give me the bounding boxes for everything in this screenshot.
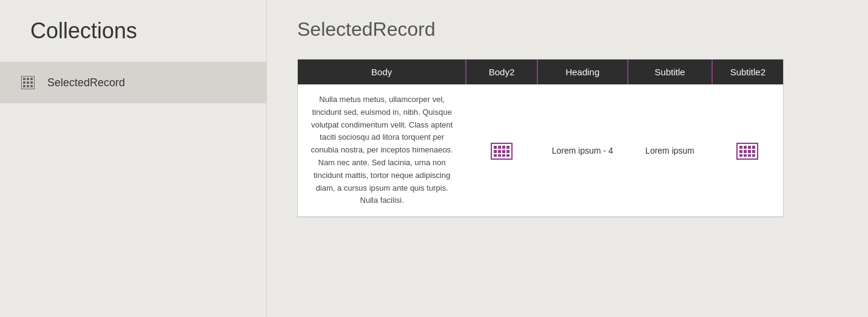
table-header-row: Body Body2 Heading Subtitle Subtitle2 [298,60,783,84]
sidebar-title: Collections [0,18,266,62]
sidebar-item-selectedrecord[interactable]: SelectedRecord [0,62,266,103]
subtitle2-grid-icon[interactable] [736,143,758,160]
column-header-subtitle: Subtitle [628,60,712,84]
page-title: SelectedRecord [297,18,838,41]
table-row: Nulla metus metus, ullamcorper vel, tinc… [298,84,783,217]
sidebar: Collections SelectedRecord [0,0,267,317]
main-content: SelectedRecord Body Body2 Heading Subtit… [267,0,868,317]
column-header-body2: Body2 [466,60,537,84]
cell-body: Nulla metus metus, ullamcorper vel, tinc… [298,84,466,217]
column-header-subtitle2: Subtitle2 [712,60,783,84]
cell-subtitle2 [712,84,783,217]
data-table-wrapper: Body Body2 Heading Subtitle Subtitle2 Nu… [297,59,784,217]
cell-heading: Lorem ipsum - 4 [537,84,628,217]
cell-body2 [466,84,537,217]
column-header-heading: Heading [537,60,628,84]
data-table: Body Body2 Heading Subtitle Subtitle2 Nu… [298,60,783,217]
collection-icon [18,73,38,92]
sidebar-item-label: SelectedRecord [47,77,125,89]
grid-small-icon [21,76,35,89]
cell-subtitle: Lorem ipsum [628,84,712,217]
body2-grid-icon[interactable] [491,143,513,160]
column-header-body: Body [298,60,466,84]
